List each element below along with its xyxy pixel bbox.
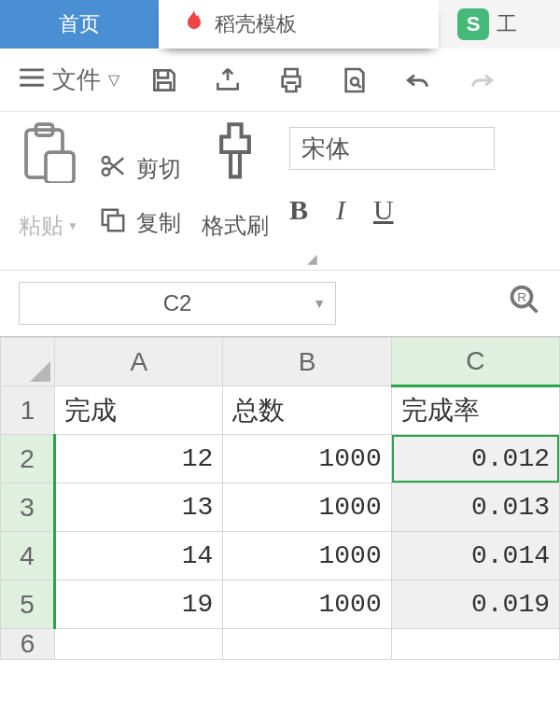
clipboard-actions: 剪切 复制 [99,121,181,270]
cell-b1[interactable]: 总数 [223,386,391,435]
col-header-b[interactable]: B [223,338,391,386]
cell-a4[interactable]: 14 [55,532,223,581]
tab-templates[interactable]: 稻壳模板 [159,0,439,49]
paintbrush-icon[interactable] [210,121,260,187]
save-icon[interactable] [146,62,183,99]
col-header-c[interactable]: C [391,338,559,386]
row-header-2[interactable]: 2 [1,435,55,483]
ribbon: 粘贴 ▼ 剪切 复制 格式刷 宋体 B I U [0,112,560,271]
paste-group: 粘贴 ▼ [19,121,78,270]
column-header-row: A B C [1,338,560,386]
cut-label: 剪切 [136,154,181,184]
find-icon[interactable]: R [508,283,541,324]
title-tabs: 首页 稻壳模板 S 工 [0,0,560,49]
table-row: 5 19 1000 0.019 [1,581,560,629]
table-row: 1 完成 总数 完成率 [1,386,560,435]
svg-rect-3 [46,152,74,183]
cell-c6[interactable] [391,629,559,660]
tab-spreadsheet[interactable]: S 工 [439,0,560,49]
hamburger-icon [19,65,45,94]
dialog-launcher-icon[interactable]: ◢ [307,251,317,266]
paste-button[interactable]: 粘贴 ▼ [19,211,78,241]
cell-a3[interactable]: 13 [55,483,223,532]
file-menu-label: 文件 [52,63,101,96]
cell-b4[interactable]: 1000 [223,532,391,581]
copy-button[interactable]: 复制 [99,206,181,240]
cell-c4[interactable]: 0.014 [391,532,559,581]
formula-bar-row: C2 ▼ R [0,271,560,336]
cell-b2[interactable]: 1000 [223,435,391,483]
bold-button[interactable]: B [289,194,308,226]
chevron-down-icon: ▼ [67,219,78,232]
chevron-down-icon: ▽ [108,71,119,89]
row-header-4[interactable]: 4 [1,532,55,581]
undo-icon[interactable] [399,62,437,99]
underline-button[interactable]: U [373,194,394,226]
clipboard-icon[interactable] [21,121,77,187]
flame-icon [181,8,207,40]
quick-access-toolbar: 文件 ▽ [0,49,560,112]
paste-label: 粘贴 [19,211,63,241]
format-painter-group: 格式刷 [202,121,269,270]
select-all-corner[interactable] [1,338,55,386]
col-header-a[interactable]: A [55,338,223,386]
table-row: 6 [1,629,560,660]
cell-b6[interactable] [223,629,391,660]
format-painter-label: 格式刷 [202,211,269,241]
cell-c2[interactable]: 0.012 [391,435,559,483]
tab-home[interactable]: 首页 [0,0,159,49]
font-group: 宋体 B I U [289,121,495,270]
name-box-value: C2 [163,290,192,316]
cut-button[interactable]: 剪切 [99,152,181,186]
table-row: 3 13 1000 0.013 [1,483,560,532]
tab-home-label: 首页 [59,10,100,38]
cell-a1[interactable]: 完成 [55,386,223,435]
redo-icon[interactable] [463,62,500,99]
cell-c1[interactable]: 完成率 [391,386,559,435]
cell-a2[interactable]: 12 [55,435,223,483]
print-icon[interactable] [273,62,310,99]
cell-c3[interactable]: 0.013 [391,483,559,532]
cell-b3[interactable]: 1000 [223,483,391,532]
copy-label: 复制 [136,208,181,238]
font-name-select[interactable]: 宋体 [289,127,495,170]
cell-c5[interactable]: 0.019 [391,581,559,629]
chevron-down-icon[interactable]: ▼ [313,296,326,311]
spreadsheet-grid[interactable]: A B C 1 完成 总数 完成率 2 12 1000 0.012 3 13 1… [0,336,560,660]
file-menu[interactable]: 文件 ▽ [19,63,119,96]
cell-b5[interactable]: 1000 [223,581,391,629]
font-name-value: 宋体 [301,133,350,165]
spreadsheet-app-icon: S [457,8,489,40]
name-box[interactable]: C2 ▼ [19,282,336,325]
svg-text:R: R [517,290,526,304]
cell-a6[interactable] [55,629,223,660]
row-header-5[interactable]: 5 [1,581,55,629]
export-icon[interactable] [209,62,246,99]
row-header-3[interactable]: 3 [1,483,55,532]
table-row: 2 12 1000 0.012 [1,435,560,483]
row-header-1[interactable]: 1 [1,386,55,435]
row-header-6[interactable]: 6 [1,629,55,660]
svg-rect-7 [108,216,123,231]
tab-templates-label: 稻壳模板 [215,10,297,38]
table-row: 4 14 1000 0.014 [1,532,560,581]
print-preview-icon[interactable] [336,62,373,99]
italic-button[interactable]: I [336,194,345,226]
cell-a5[interactable]: 19 [55,581,223,629]
scissors-icon [99,152,127,186]
tab-spreadsheet-label: 工 [497,10,517,38]
copy-icon [99,206,127,240]
